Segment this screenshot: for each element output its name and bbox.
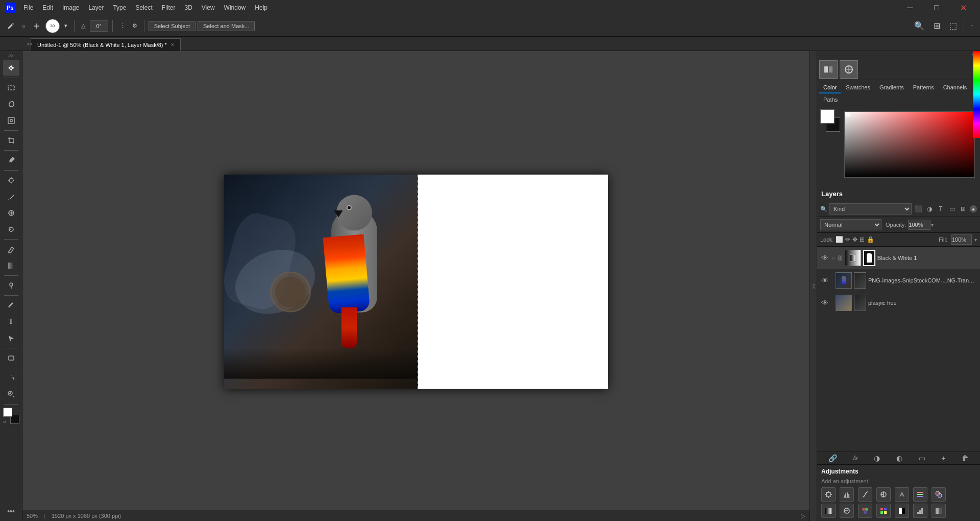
- full-hue-bar[interactable]: [973, 51, 980, 138]
- link-layers-button[interactable]: 🔗: [828, 454, 837, 462]
- filter-adj-icon[interactable]: ◑: [925, 205, 934, 212]
- add-mask-button[interactable]: ◑: [874, 454, 880, 462]
- menu-item-image[interactable]: Image: [58, 3, 83, 12]
- canvas-area[interactable]: 50% | 1920 px x 1080 px (300 ppi) ▷: [22, 51, 810, 521]
- move-tool-button[interactable]: ✥: [3, 60, 19, 76]
- menu-item-layer[interactable]: Layer: [84, 3, 108, 12]
- layers-kind-select[interactable]: Kind: [829, 203, 912, 215]
- layer-chain-icon-bw[interactable]: ⛓: [837, 255, 843, 261]
- delete-layer-button[interactable]: 🗑: [962, 454, 969, 462]
- minimize-button[interactable]: ─: [898, 0, 922, 15]
- history-tool-button[interactable]: [3, 222, 19, 237]
- menu-item-file[interactable]: File: [19, 3, 37, 12]
- menu-item-type[interactable]: Type: [109, 3, 130, 12]
- marquee-tool-button[interactable]: [3, 80, 19, 96]
- fill-adjustment-button[interactable]: ◐: [896, 454, 902, 462]
- adj-photofilter-icon[interactable]: [840, 504, 854, 518]
- tool-brush-button[interactable]: [4, 20, 17, 32]
- adj-bw-icon[interactable]: [821, 504, 836, 518]
- lock-transparent-icon[interactable]: ⬜: [836, 236, 843, 243]
- adj-exposure-icon[interactable]: [876, 487, 891, 502]
- panel-icon-1[interactable]: [819, 60, 838, 79]
- panel-collapse-button[interactable]: <<: [810, 51, 817, 521]
- select-mask-button[interactable]: Select and Mask...: [198, 21, 255, 31]
- layer-visibility-png[interactable]: 👁: [820, 276, 829, 285]
- fill-dropdown[interactable]: ▾: [974, 237, 977, 243]
- screen-mode-button[interactable]: ⬚: [947, 19, 960, 32]
- menu-item-view[interactable]: View: [198, 3, 219, 12]
- close-button[interactable]: ✕: [951, 0, 975, 15]
- color-spectrum[interactable]: [844, 111, 975, 178]
- more-tools-button[interactable]: •••: [3, 504, 19, 519]
- layer-visibility-bw[interactable]: 👁: [820, 254, 829, 262]
- menu-item-filter[interactable]: Filter: [158, 3, 180, 12]
- clone-tool-button[interactable]: [3, 205, 19, 221]
- menu-item-select[interactable]: Select: [131, 3, 156, 12]
- right-tab-paths[interactable]: Paths: [819, 94, 842, 106]
- eyedropper-tool-button[interactable]: [3, 153, 19, 168]
- status-arrow-icon[interactable]: ▷: [801, 512, 805, 519]
- tool-circle-button[interactable]: ○: [19, 21, 28, 31]
- flow-button[interactable]: ⋮: [117, 21, 128, 31]
- gradient-tool-button[interactable]: [3, 258, 19, 273]
- zoom-tool-button[interactable]: [3, 387, 19, 402]
- maximize-button[interactable]: □: [925, 0, 948, 15]
- text-tool-button[interactable]: T: [3, 314, 19, 329]
- adj-hsl-icon[interactable]: [913, 487, 927, 502]
- tool-brush-mode-button[interactable]: [30, 20, 43, 32]
- adj-channelmixer-icon[interactable]: [858, 504, 872, 518]
- brush-tool-button[interactable]: [3, 189, 19, 204]
- adj-curves-icon[interactable]: [858, 487, 872, 502]
- adj-colorlookup-icon[interactable]: [876, 504, 891, 518]
- fill-input[interactable]: [951, 234, 972, 245]
- layer-link-icon-bw[interactable]: ○: [831, 255, 835, 261]
- settings-button[interactable]: ⚙: [130, 21, 140, 31]
- lock-position-icon[interactable]: ✥: [852, 236, 857, 243]
- adj-brightness-icon[interactable]: [821, 487, 836, 502]
- shape-tool-button[interactable]: [3, 350, 19, 366]
- tools-expand-btn[interactable]: >>: [8, 53, 14, 58]
- lock-artboards-icon[interactable]: ⊞: [860, 236, 865, 243]
- adj-levels-icon[interactable]: [840, 487, 854, 502]
- filter-toggle[interactable]: ●: [970, 205, 977, 212]
- select-subject-button[interactable]: Select Subject: [149, 21, 195, 31]
- crop-tool-button[interactable]: [3, 133, 19, 148]
- share-button[interactable]: ↑: [968, 21, 976, 31]
- create-group-button[interactable]: ▭: [919, 454, 925, 462]
- search-button[interactable]: 🔍: [912, 19, 927, 32]
- panel-expand-btn[interactable]: >>: [27, 41, 33, 47]
- lock-all-icon[interactable]: 🔒: [867, 236, 874, 243]
- filter-type-icon[interactable]: T: [936, 205, 945, 212]
- opacity-input[interactable]: [908, 220, 930, 230]
- path-select-tool-button[interactable]: [3, 330, 19, 346]
- healing-tool-button[interactable]: [3, 173, 19, 188]
- eraser-tool-button[interactable]: [3, 242, 19, 257]
- right-tab-gradients[interactable]: Gradients: [875, 82, 908, 93]
- menu-item-window[interactable]: Window: [220, 3, 250, 12]
- right-tab-swatches[interactable]: Swatches: [842, 82, 874, 93]
- color-spectrum-wrapper[interactable]: [842, 109, 977, 180]
- hand-tool-button[interactable]: [3, 370, 19, 386]
- layer-style-button[interactable]: fx: [853, 455, 857, 462]
- object-select-tool-button[interactable]: [3, 113, 19, 128]
- layer-visibility-plasyic[interactable]: 👁: [820, 299, 829, 307]
- adj-invert-icon[interactable]: [895, 504, 909, 518]
- menu-item-help[interactable]: Help: [251, 3, 272, 12]
- tab-close-button[interactable]: ×: [171, 42, 174, 48]
- adj-colorbal-icon[interactable]: [932, 487, 946, 502]
- dodge-tool-button[interactable]: [3, 278, 19, 293]
- brush-dropdown-arrow[interactable]: ▾: [62, 21, 70, 31]
- workspace-button[interactable]: ⊞: [931, 19, 943, 32]
- adj-posterize-icon[interactable]: [913, 504, 927, 518]
- panel-icon-2[interactable]: [840, 60, 858, 79]
- right-tab-channels[interactable]: Channels: [939, 82, 971, 93]
- layer-item-png[interactable]: 👁 PNG-images-SnipStockCOM-...NG-Transpar…: [817, 269, 980, 292]
- fg-color-mini[interactable]: [3, 408, 12, 417]
- new-layer-button[interactable]: +: [941, 454, 945, 462]
- adj-threshold-icon[interactable]: [932, 504, 946, 518]
- right-tab-patterns[interactable]: Patterns: [909, 82, 938, 93]
- adj-vibrance-icon[interactable]: [895, 487, 909, 502]
- filter-pixel-icon[interactable]: ⬛: [914, 205, 923, 212]
- swap-colors-icon[interactable]: ⇄: [3, 419, 7, 424]
- fg-color-swatch[interactable]: [820, 109, 835, 124]
